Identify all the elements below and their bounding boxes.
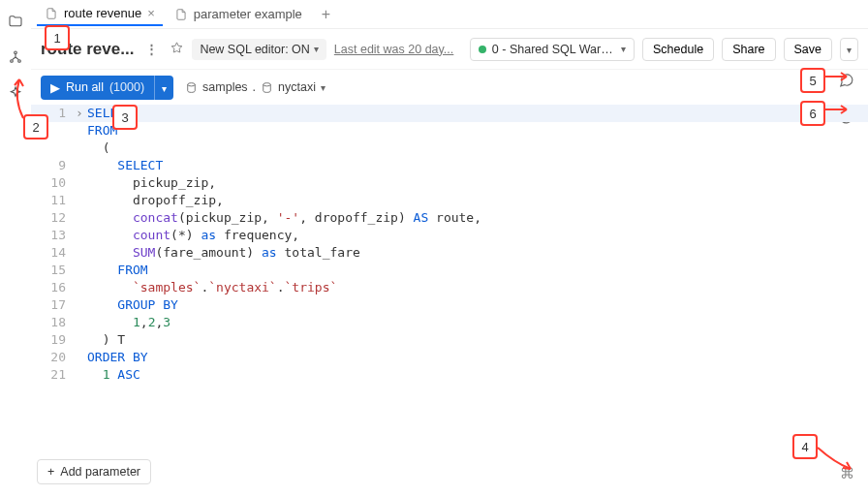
last-edit-link[interactable]: Last edit was 20 day... bbox=[334, 43, 453, 56]
query-file-icon bbox=[45, 7, 58, 20]
svg-point-0 bbox=[15, 51, 17, 54]
folder-icon[interactable] bbox=[8, 14, 23, 32]
code-line: 15 FROM bbox=[31, 262, 868, 279]
chevron-down-icon: ▾ bbox=[321, 82, 326, 93]
tab-parameter-example[interactable]: parameter example bbox=[167, 3, 310, 25]
code-line: 21 1 ASC bbox=[31, 366, 868, 384]
new-sql-editor-toggle[interactable]: New SQL editor: ON ▾ bbox=[192, 39, 326, 60]
keyboard-shortcuts-icon[interactable]: ⌘ bbox=[840, 465, 854, 482]
query-title[interactable]: route reve... bbox=[41, 40, 134, 59]
svg-point-4 bbox=[264, 82, 271, 85]
code-line: 11 dropoff_zip, bbox=[31, 192, 868, 209]
status-dot-icon bbox=[479, 46, 486, 53]
database-icon bbox=[185, 81, 198, 94]
tab-label: route revenue bbox=[64, 6, 141, 20]
query-file-icon bbox=[174, 8, 188, 21]
code-line: 10 pickup_zip, bbox=[31, 174, 868, 192]
kebab-menu-icon[interactable]: ⋮ bbox=[141, 42, 162, 56]
editor-footer: + Add parameter bbox=[37, 459, 151, 484]
schedule-button[interactable]: Schedule bbox=[642, 38, 714, 61]
chevron-down-icon: ▾ bbox=[314, 44, 319, 54]
sql-editor[interactable]: 1›SELECT FROM ( 9 SELECT 10 pickup_zip, … bbox=[31, 105, 868, 496]
close-icon[interactable]: × bbox=[147, 6, 155, 20]
new-tab-button[interactable]: + bbox=[314, 2, 338, 27]
save-button[interactable]: Save bbox=[784, 38, 833, 61]
tab-route-revenue[interactable]: route revenue × bbox=[37, 2, 163, 26]
code-line: 9 SELECT bbox=[31, 157, 868, 174]
ai-assist-icon[interactable] bbox=[8, 85, 23, 104]
query-header: route reve... ⋮ New SQL editor: ON ▾ Las… bbox=[31, 29, 868, 70]
code-line: 12 concat(pickup_zip, '-', dropoff_zip) … bbox=[31, 209, 868, 227]
plus-icon: + bbox=[47, 465, 54, 479]
main-area: route revenue × parameter example + rout… bbox=[31, 0, 868, 496]
add-parameter-button[interactable]: + Add parameter bbox=[37, 459, 151, 484]
warehouse-selector[interactable]: 0 - Shared SQL Ware... ▾ bbox=[470, 38, 635, 61]
code-line: 1›SELECT bbox=[31, 105, 868, 122]
code-line: 18 1,2,3 bbox=[31, 314, 868, 331]
code-line: 14 SUM(fare_amount) as total_fare bbox=[31, 244, 868, 262]
code-line: ( bbox=[31, 140, 868, 157]
tab-bar: route revenue × parameter example + bbox=[31, 0, 868, 29]
query-toolbar: ▶ Run all (1000) ▾ samples . nyctaxi ▾ bbox=[31, 70, 868, 105]
run-all-button[interactable]: ▶ Run all (1000) bbox=[41, 76, 154, 100]
chevron-down-icon: ▾ bbox=[621, 44, 626, 54]
database-icon bbox=[261, 81, 273, 94]
svg-point-2 bbox=[18, 60, 21, 63]
chevron-down-icon: ▾ bbox=[847, 45, 852, 55]
comments-icon[interactable] bbox=[838, 72, 854, 91]
code-line: 17 GROUP BY bbox=[31, 296, 868, 314]
code-line: 16 `samples`.`nyctaxi`.`trips` bbox=[31, 279, 868, 296]
code-line: FROM bbox=[31, 122, 868, 140]
code-line: 13 count(*) as frequency, bbox=[31, 227, 868, 244]
svg-point-1 bbox=[11, 60, 14, 63]
left-rail bbox=[0, 0, 31, 496]
save-menu-button[interactable]: ▾ bbox=[840, 38, 858, 61]
play-icon: ▶ bbox=[50, 80, 60, 95]
svg-point-3 bbox=[188, 82, 196, 85]
code-line: 20ORDER BY bbox=[31, 349, 868, 366]
schema-browser-icon[interactable] bbox=[8, 49, 23, 68]
run-button-group: ▶ Run all (1000) ▾ bbox=[41, 76, 173, 100]
favorite-star-icon[interactable] bbox=[170, 41, 184, 58]
share-button[interactable]: Share bbox=[722, 38, 775, 61]
chevron-down-icon: ▾ bbox=[162, 83, 167, 94]
code-line: 19 ) T bbox=[31, 331, 868, 349]
schema-selector[interactable]: samples . nyctaxi ▾ bbox=[185, 80, 326, 94]
tab-label: parameter example bbox=[194, 7, 302, 21]
run-menu-button[interactable]: ▾ bbox=[154, 76, 173, 100]
